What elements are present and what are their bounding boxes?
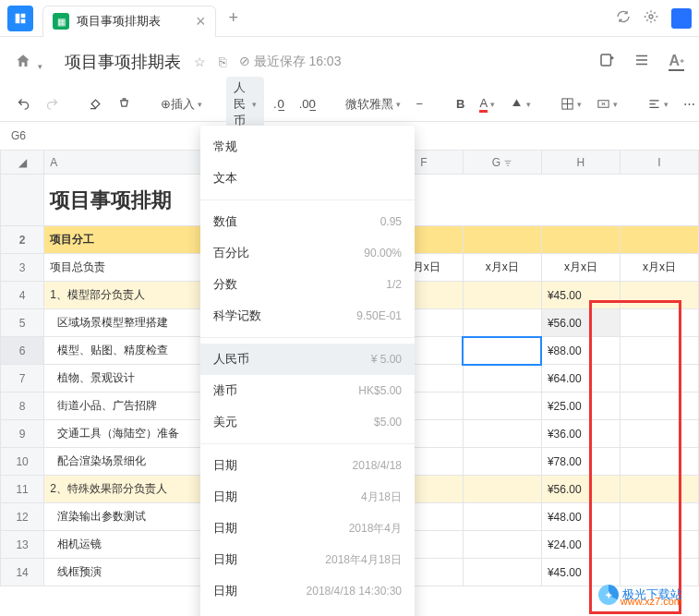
font-selector[interactable]: 微软雅黑▾: [340, 92, 406, 116]
menu-item-hkd[interactable]: 港币HK$5.00: [200, 375, 415, 406]
watermark-logo: ✦: [598, 585, 619, 605]
corner-cell[interactable]: ◢: [1, 151, 44, 175]
menu-icon[interactable]: [633, 52, 650, 72]
col-G[interactable]: G: [463, 151, 541, 175]
row-num[interactable]: 12: [1, 503, 44, 531]
font-size-down[interactable]: −: [410, 93, 428, 115]
menu-item-text[interactable]: 文本: [200, 163, 415, 194]
share-icon[interactable]: [598, 52, 615, 72]
document-tab[interactable]: ▦ 项目事项排期表 ×: [42, 6, 216, 37]
menu-item-time[interactable]: 时间14:30:30: [200, 607, 415, 616]
app-icon[interactable]: [7, 6, 33, 31]
cell[interactable]: ¥78.00: [541, 448, 620, 476]
settings-icon[interactable]: [644, 9, 658, 27]
cell[interactable]: x月x日: [541, 254, 620, 282]
text-format-icon[interactable]: A⁺: [669, 53, 684, 71]
cell[interactable]: ¥48.00: [541, 503, 620, 531]
col-I[interactable]: I: [620, 151, 698, 175]
clear-format-button[interactable]: [112, 93, 137, 115]
merge-button[interactable]: ▾: [591, 93, 623, 115]
selected-cell[interactable]: [463, 337, 541, 365]
menu-item-date5[interactable]: 日期2018/4/18 14:30:30: [200, 575, 415, 607]
menu-item-cny[interactable]: 人民币¥ 5.00: [200, 344, 415, 375]
menu-item-date4[interactable]: 日期2018年4月18日: [200, 544, 415, 575]
menu-item-date1[interactable]: 日期2018/4/18: [200, 450, 415, 481]
avatar[interactable]: [671, 8, 692, 29]
menu-item-scientific[interactable]: 科学记数9.50E-01: [200, 300, 415, 332]
cell[interactable]: ¥24.00: [541, 531, 620, 559]
cell[interactable]: ¥36.00: [541, 420, 620, 448]
page-title: 项目事项排期表: [65, 51, 181, 73]
cell[interactable]: ¥56.00: [541, 476, 620, 503]
svg-rect-1: [601, 54, 611, 66]
close-icon[interactable]: ×: [196, 12, 206, 31]
cell[interactable]: ¥64.00: [541, 365, 620, 393]
cell[interactable]: ¥56.00: [541, 309, 620, 337]
cell[interactable]: x月x日: [463, 254, 541, 282]
decimal-increase-button[interactable]: .00̲: [294, 93, 322, 115]
menu-item-general[interactable]: 常规: [200, 131, 415, 163]
fill-color-button[interactable]: ▾: [504, 93, 536, 115]
row-num[interactable]: 7: [1, 365, 44, 393]
undo-button[interactable]: [11, 93, 36, 115]
row-num[interactable]: 11: [1, 476, 44, 503]
svg-point-0: [649, 15, 653, 18]
watermark: ✦ 极光下载站 www.xz7.com: [598, 585, 682, 605]
cell[interactable]: ¥25.00: [541, 393, 620, 420]
menu-item-usd[interactable]: 美元$5.00: [200, 406, 415, 438]
paint-format-button[interactable]: [83, 93, 108, 115]
row-num[interactable]: [1, 175, 44, 226]
tab-title: 项目事项排期表: [77, 13, 161, 30]
row-num[interactable]: 8: [1, 393, 44, 420]
decimal-decrease-button[interactable]: .0̲: [268, 93, 290, 115]
menu-item-date2[interactable]: 日期4月18日: [200, 481, 415, 513]
redo-button[interactable]: [40, 93, 65, 115]
row-num[interactable]: 14: [1, 559, 44, 586]
number-format-selector[interactable]: 人民币▾: [226, 77, 264, 132]
sheet-icon: ▦: [53, 13, 69, 30]
row-num[interactable]: 5: [1, 309, 44, 337]
row-num[interactable]: 4: [1, 282, 44, 309]
cell[interactable]: ¥45.00: [541, 559, 620, 586]
insert-button[interactable]: ⊕ 插入▾: [155, 92, 208, 116]
row-num[interactable]: 13: [1, 531, 44, 559]
menu-item-percent[interactable]: 百分比90.00%: [200, 237, 415, 269]
cell[interactable]: x月x日: [620, 254, 698, 282]
number-format-menu: 常规 文本 数值0.95 百分比90.00% 分数1/2 科学记数9.50E-0…: [200, 126, 415, 616]
col-H[interactable]: H: [541, 151, 620, 175]
folder-icon[interactable]: ⎘: [219, 54, 226, 69]
row-num[interactable]: 2: [1, 226, 44, 254]
menu-item-fraction[interactable]: 分数1/2: [200, 269, 415, 300]
cell[interactable]: ¥45.00: [541, 282, 620, 309]
align-button[interactable]: ▾: [642, 93, 674, 115]
tab-add-button[interactable]: +: [229, 8, 239, 28]
saved-status: ⊘ 最近保存 16:03: [239, 54, 342, 70]
star-icon[interactable]: ☆: [194, 54, 206, 69]
row-num[interactable]: 9: [1, 420, 44, 448]
row-num[interactable]: 6: [1, 337, 44, 365]
row-num[interactable]: 10: [1, 448, 44, 476]
menu-item-number[interactable]: 数值0.95: [200, 206, 415, 237]
menu-item-date3[interactable]: 日期2018年4月: [200, 513, 415, 544]
cell[interactable]: ¥88.00: [541, 337, 620, 365]
more-button[interactable]: ⋯: [678, 93, 699, 115]
row-num[interactable]: 3: [1, 254, 44, 282]
borders-button[interactable]: ▾: [555, 93, 587, 115]
home-icon[interactable]: ▾: [15, 53, 42, 72]
bold-button[interactable]: B: [451, 93, 470, 115]
sync-icon[interactable]: [616, 9, 631, 27]
font-color-button[interactable]: A▾: [474, 92, 500, 116]
